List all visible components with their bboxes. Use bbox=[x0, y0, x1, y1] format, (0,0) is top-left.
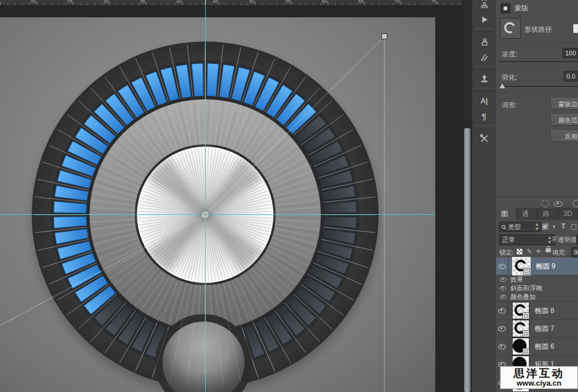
layer-row-ellipse8[interactable]: 椭圆 8 bbox=[496, 302, 578, 320]
document-canvas[interactable]: 202530354045505560657075 bbox=[0, 0, 462, 392]
vertical-scrollbar[interactable] bbox=[462, 0, 472, 392]
brush-panel-icon[interactable] bbox=[472, 33, 496, 49]
select-arrows-icon: ▲▼ bbox=[535, 222, 539, 232]
character-panel-icon[interactable]: A| bbox=[472, 93, 496, 109]
effects-row[interactable]: 效果 bbox=[496, 275, 578, 284]
mask-panel-footer bbox=[496, 197, 578, 208]
layer-name: 椭圆 8 bbox=[535, 306, 554, 316]
layer-thumbnail[interactable] bbox=[512, 302, 529, 319]
blend-mode-row: 正常 ▲▼ 不透明度: 100% bbox=[496, 234, 578, 245]
shape-path-thumbnail[interactable] bbox=[500, 18, 521, 39]
filter-type-icon[interactable]: T bbox=[561, 222, 565, 230]
lock-pixels-icon[interactable]: ✎ bbox=[527, 248, 532, 255]
shape-path-row: 形状路径 bbox=[496, 16, 578, 42]
filter-adjustment-icon[interactable]: ◑ bbox=[551, 222, 555, 230]
ruler-number: 45 bbox=[213, 0, 218, 4]
guide-vertical[interactable] bbox=[205, 5, 206, 392]
layer-row-ellipse7[interactable]: 椭圆 7 bbox=[496, 320, 578, 338]
eye-icon[interactable] bbox=[500, 295, 506, 299]
paragraph-panel-icon[interactable]: ¶ bbox=[472, 109, 496, 124]
ruler-number: 30 bbox=[103, 0, 109, 4]
load-selection-icon[interactable] bbox=[542, 200, 549, 207]
vector-mask-badge-icon bbox=[523, 268, 530, 275]
color-range-button[interactable]: 颜色范围 bbox=[550, 114, 578, 126]
fill-value[interactable]: 90% bbox=[571, 247, 578, 257]
feather-slider[interactable] bbox=[499, 86, 578, 88]
vector-mask-badge-icon bbox=[523, 312, 529, 319]
ruler-number: 55 bbox=[286, 0, 291, 4]
knob-artwork bbox=[0, 0, 462, 392]
guide-horizontal[interactable] bbox=[0, 214, 435, 215]
tab-paths[interactable]: 路径 bbox=[538, 208, 558, 220]
clone-stamp-panel-icon[interactable] bbox=[472, 71, 496, 87]
filter-shape-icon[interactable]: ▢ bbox=[570, 222, 577, 230]
ruler-number: 65 bbox=[358, 0, 364, 4]
layer-thumbnail[interactable] bbox=[512, 320, 529, 337]
ruler-number: 40 bbox=[176, 0, 181, 4]
ruler-number: 20 bbox=[31, 0, 36, 4]
visibility-toggle[interactable] bbox=[496, 320, 509, 337]
feather-label: 羽化: bbox=[502, 73, 517, 83]
right-panel-group: 蒙版 形状路径 浓度: 100 羽化: 0.0 调整: 蒙版边缘 颜色范围 反相… bbox=[496, 0, 578, 392]
ruler-number: 35 bbox=[140, 0, 145, 4]
effect-name: 颜色叠加 bbox=[510, 293, 536, 301]
visibility-toggle[interactable] bbox=[496, 302, 509, 319]
brush-presets-panel-icon[interactable] bbox=[472, 49, 496, 65]
tab-layers[interactable]: 图层 bbox=[496, 208, 517, 220]
filter-kind-select[interactable]: 类型 ▲▼ bbox=[499, 222, 542, 232]
vertical-scrollbar-thumb[interactable] bbox=[464, 128, 470, 392]
actions-panel-icon[interactable] bbox=[472, 12, 496, 27]
vector-mask-badge[interactable] bbox=[573, 24, 578, 33]
density-value[interactable]: 100 bbox=[562, 48, 578, 58]
tool-presets-panel-icon[interactable] bbox=[472, 130, 496, 146]
eye-icon[interactable] bbox=[500, 286, 506, 290]
disable-mask-icon[interactable] bbox=[573, 200, 578, 207]
filter-pixel-icon[interactable]: ▣ bbox=[542, 222, 548, 230]
eye-icon bbox=[498, 326, 506, 331]
layer-row-ellipse9[interactable]: 椭圆 9 bbox=[496, 257, 578, 275]
adjust-label: 调整: bbox=[502, 100, 517, 110]
feather-slider-thumb[interactable] bbox=[499, 84, 505, 88]
clone-source-panel-icon[interactable] bbox=[472, 0, 496, 12]
ruler-number: 60 bbox=[322, 0, 327, 4]
visibility-toggle[interactable] bbox=[496, 257, 509, 275]
vector-mask-badge-icon bbox=[523, 348, 529, 355]
effect-name: 斜面和浮雕 bbox=[510, 284, 542, 293]
tab-channels[interactable]: 通道 bbox=[517, 208, 538, 220]
visibility-toggle[interactable] bbox=[496, 338, 509, 355]
watermark-title: 思洋互动 bbox=[501, 368, 577, 379]
watermark-url: www.ciya.cn bbox=[501, 379, 577, 387]
density-slider[interactable] bbox=[499, 61, 578, 63]
opacity-label: 不透明度: bbox=[551, 236, 578, 244]
invert-button[interactable]: 反相 bbox=[550, 130, 578, 142]
effect-bevel-emboss-row[interactable]: 斜面和浮雕 bbox=[496, 284, 578, 293]
effect-color-overlay-row[interactable]: 颜色叠加 bbox=[496, 293, 578, 302]
lock-all-icon[interactable] bbox=[546, 248, 551, 252]
panel-tabs: 图层 通道 路径 3D bbox=[496, 208, 578, 220]
fill-label: 填充: bbox=[552, 248, 566, 257]
eye-icon[interactable] bbox=[500, 278, 506, 282]
tab-3d[interactable]: 3D bbox=[558, 208, 578, 220]
search-icon bbox=[501, 225, 506, 230]
apply-mask-icon[interactable] bbox=[554, 201, 562, 207]
ruler-number: 25 bbox=[67, 0, 72, 4]
layer-filter-row: 类型 ▲▼ ▣ ◑ T ▢ bbox=[496, 222, 578, 233]
dock-separator bbox=[475, 125, 494, 129]
lock-transparency-icon[interactable] bbox=[517, 249, 523, 255]
mask-edge-button[interactable]: 蒙版边缘 bbox=[550, 98, 578, 110]
shape-path-label: 形状路径 bbox=[524, 25, 552, 35]
top-ruler[interactable]: 202530354045505560657075 bbox=[0, 0, 462, 6]
density-label: 浓度: bbox=[502, 50, 517, 59]
lock-position-icon[interactable]: ✛ bbox=[536, 248, 541, 255]
eye-icon bbox=[498, 308, 506, 313]
layer-thumbnail[interactable] bbox=[512, 338, 529, 355]
eye-icon bbox=[498, 264, 506, 269]
feather-value[interactable]: 0.0 bbox=[564, 71, 578, 81]
layer-thumbnail[interactable] bbox=[512, 257, 531, 275]
blend-mode-select[interactable]: 正常 ▲▼ bbox=[499, 234, 555, 245]
eye-icon bbox=[498, 344, 506, 349]
mask-thumbnail-icon bbox=[501, 3, 510, 13]
ruler-number: 50 bbox=[249, 0, 254, 4]
layer-name: 椭圆 9 bbox=[536, 262, 555, 271]
layer-row-ellipse6[interactable]: 椭圆 6 bbox=[496, 338, 578, 356]
